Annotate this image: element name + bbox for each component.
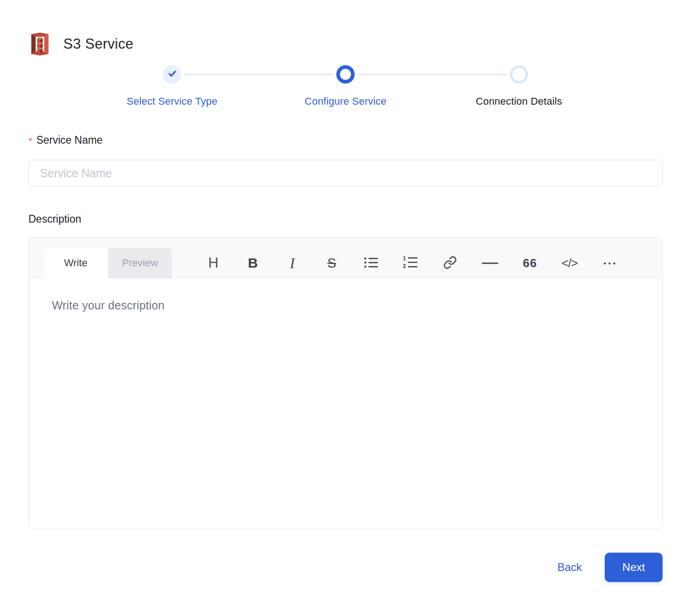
step-active-circle	[336, 65, 355, 84]
bold-icon: B	[248, 255, 258, 271]
quote-icon: 66	[523, 256, 537, 270]
italic-icon: I	[290, 255, 295, 272]
page-header: S3 Service	[28, 32, 663, 56]
horizontal-rule-icon	[482, 263, 498, 264]
back-button[interactable]: Back	[557, 561, 582, 574]
step-select-service-type[interactable]: Select Service Type	[85, 65, 259, 107]
wizard-footer: Back Next	[28, 553, 663, 582]
heading-button[interactable]: H	[206, 254, 221, 272]
strikethrough-icon: S	[327, 256, 336, 271]
bold-button[interactable]: B	[245, 254, 261, 272]
description-placeholder: Write your description	[52, 299, 165, 312]
more-options-button[interactable]: •••	[602, 254, 618, 272]
tab-write[interactable]: Write	[44, 248, 107, 278]
configure-service-page: S3 Service Select Service Type Configure…	[0, 0, 691, 582]
step-label: Select Service Type	[127, 95, 217, 107]
code-button[interactable]: </>	[562, 254, 578, 272]
service-name-label-text: Service Name	[36, 134, 102, 146]
heading-icon: H	[208, 255, 218, 271]
description-textarea[interactable]: Write your description	[29, 279, 662, 529]
strikethrough-button[interactable]: S	[324, 254, 340, 272]
horizontal-rule-button[interactable]	[482, 254, 498, 272]
italic-button[interactable]: I	[284, 254, 300, 272]
editor-toolbar: Write Preview H B I S	[29, 238, 662, 279]
tab-preview[interactable]: Preview	[108, 248, 172, 278]
step-label: Connection Details	[476, 95, 562, 107]
check-icon	[167, 69, 177, 80]
link-icon	[443, 256, 457, 271]
quote-button[interactable]: 66	[522, 254, 538, 272]
step-completed-circle	[163, 65, 181, 84]
page-title: S3 Service	[63, 36, 134, 52]
ordered-list-icon: 1 2	[403, 256, 418, 271]
description-label: Description	[28, 213, 663, 225]
more-icon: •••	[602, 259, 618, 267]
step-label: Configure Service	[305, 95, 386, 107]
wizard-stepper: Select Service Type Configure Service Co…	[85, 65, 606, 107]
next-button[interactable]: Next	[605, 553, 663, 582]
required-asterisk: *	[28, 134, 32, 146]
ordered-list-button[interactable]: 1 2	[403, 254, 418, 272]
step-pending-circle	[510, 65, 528, 84]
description-editor: Write Preview H B I S	[28, 237, 663, 529]
service-name-input[interactable]	[28, 160, 663, 186]
unordered-list-button[interactable]	[363, 254, 379, 272]
s3-service-icon	[28, 32, 51, 56]
editor-toolbar-buttons: H B I S	[206, 248, 618, 278]
step-configure-service[interactable]: Configure Service	[259, 65, 432, 107]
link-button[interactable]	[442, 254, 458, 272]
service-name-label: * Service Name	[28, 134, 663, 146]
editor-tabs: Write Preview	[44, 248, 172, 278]
step-connection-details[interactable]: Connection Details	[432, 65, 606, 107]
svg-text:2: 2	[403, 263, 406, 269]
svg-text:1: 1	[403, 256, 406, 262]
code-icon: </>	[562, 256, 578, 270]
unordered-list-icon	[364, 256, 379, 270]
